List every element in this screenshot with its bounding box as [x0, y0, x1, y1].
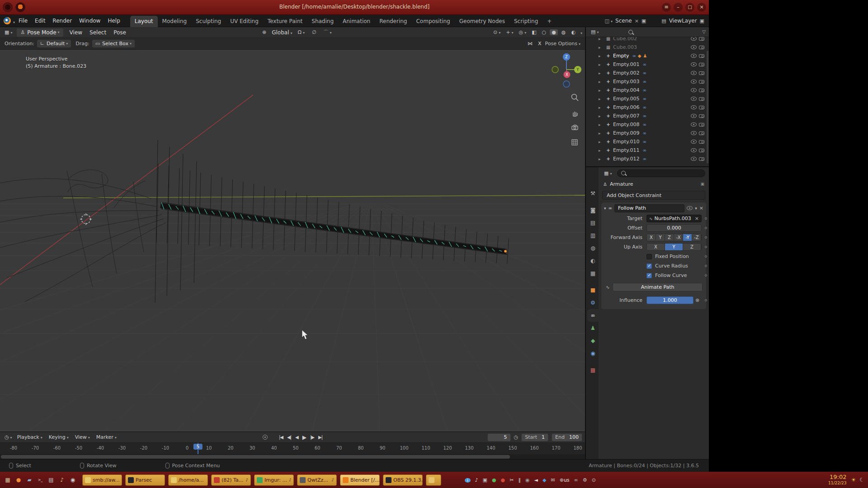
- outliner-row[interactable]: Empty.011: [586, 146, 709, 155]
- blender-menu-caret-icon[interactable]: [12, 17, 15, 25]
- expand-arrow-icon[interactable]: [599, 97, 605, 101]
- constraint-extras-icon[interactable]: [695, 206, 697, 211]
- launcher-icon[interactable]: [14, 476, 23, 484]
- object-name[interactable]: Empty.006: [613, 104, 639, 110]
- hide-in-viewport-icon[interactable]: [691, 37, 697, 41]
- transport-button[interactable]: [318, 435, 322, 440]
- timeline-menu[interactable]: Marker: [93, 434, 120, 440]
- current-frame-field[interactable]: 5: [487, 433, 511, 441]
- properties-editor-type-icon[interactable]: ▦: [602, 170, 613, 176]
- menubar-menu[interactable]: File: [15, 16, 31, 26]
- view-layer-new-icon[interactable]: [700, 18, 704, 24]
- up-axis-option[interactable]: X: [647, 244, 665, 250]
- workspace-tab[interactable]: UV Editing: [226, 16, 263, 27]
- outliner-row[interactable]: Empty.003: [586, 77, 709, 86]
- window-control-button[interactable]: [662, 3, 671, 12]
- outliner-row[interactable]: Empty.008: [586, 120, 709, 129]
- tray-icon[interactable]: [475, 477, 478, 483]
- up-axis-option[interactable]: Y: [665, 244, 683, 250]
- edge-icon[interactable]: [851, 477, 856, 483]
- object-name[interactable]: Empty.007: [613, 113, 639, 119]
- properties-tab[interactable]: [587, 242, 599, 254]
- gizmo-neg-y-axis[interactable]: [552, 66, 558, 73]
- transport-button[interactable]: [295, 435, 298, 440]
- expand-arrow-icon[interactable]: [599, 114, 605, 118]
- workspace-tab[interactable]: Sculpting: [191, 16, 226, 27]
- clear-influence-icon[interactable]: [695, 297, 699, 303]
- properties-tab[interactable]: [587, 284, 599, 296]
- hide-in-viewport-icon[interactable]: [691, 131, 697, 135]
- transport-button[interactable]: [310, 435, 314, 440]
- animate-decorator[interactable]: [705, 255, 707, 258]
- disable-in-renders-icon[interactable]: [699, 80, 704, 84]
- tray-icon[interactable]: [534, 477, 538, 483]
- up-axis-option[interactable]: Z: [683, 244, 701, 250]
- animate-decorator[interactable]: [705, 299, 707, 301]
- expand-arrow-icon[interactable]: [599, 105, 605, 110]
- transform-orientation-dropdown[interactable]: Global: [272, 29, 292, 36]
- properties-tab[interactable]: [587, 296, 599, 309]
- object-name[interactable]: Empty.003: [613, 79, 639, 84]
- outliner-row[interactable]: Empty.001: [586, 60, 709, 69]
- target-field[interactable]: NurbsPath.003: [646, 215, 702, 222]
- timeline-menu[interactable]: View: [72, 434, 93, 440]
- animate-decorator[interactable]: [705, 265, 707, 267]
- shading-dropdown[interactable]: [579, 29, 582, 36]
- forward-axis-option[interactable]: -Z: [692, 234, 701, 241]
- auto-keying-toggle[interactable]: [263, 435, 268, 440]
- outliner-row[interactable]: Empty.002: [586, 69, 709, 77]
- object-name[interactable]: Empty.008: [613, 122, 639, 127]
- keyboard-layout-indicator[interactable]: us: [564, 477, 570, 483]
- pose-options-dropdown[interactable]: Pose Options: [545, 41, 580, 47]
- expand-arrow-icon[interactable]: [599, 148, 605, 153]
- orientation-globe-icon[interactable]: [260, 29, 268, 35]
- edge-icon[interactable]: [859, 477, 864, 483]
- viewport-menu[interactable]: Select: [86, 28, 110, 38]
- transport-button[interactable]: [287, 435, 291, 440]
- workspace-tab[interactable]: Texture Paint: [263, 16, 307, 27]
- shading-mode-button[interactable]: [550, 29, 558, 35]
- disable-in-renders-icon[interactable]: [699, 114, 704, 118]
- taskbar-window-button[interactable]: [426, 474, 441, 486]
- hide-in-viewport-icon[interactable]: [691, 45, 697, 49]
- expand-arrow-icon[interactable]: [599, 131, 605, 136]
- hide-in-viewport-icon[interactable]: [691, 62, 697, 66]
- menubar-menu[interactable]: Window: [75, 16, 104, 26]
- launcher-icon[interactable]: [69, 476, 77, 484]
- gizmos-dropdown[interactable]: [504, 29, 515, 35]
- scene-new-icon[interactable]: [642, 18, 646, 24]
- object-name[interactable]: Empty.011: [613, 147, 639, 153]
- disable-in-renders-icon[interactable]: [699, 149, 704, 152]
- workspace-tab[interactable]: Compositing: [411, 16, 454, 27]
- transport-button[interactable]: [279, 435, 283, 440]
- properties-tab[interactable]: [587, 267, 599, 280]
- expand-arrow-icon[interactable]: [599, 54, 605, 58]
- orthographic-grid-icon[interactable]: [571, 138, 580, 147]
- animate-decorator[interactable]: [705, 227, 707, 229]
- constraint-delete-icon[interactable]: [699, 205, 703, 211]
- viewport-menu[interactable]: Pose: [110, 28, 130, 38]
- timeline-editor-type-icon[interactable]: ◷: [3, 434, 14, 440]
- forward-axis-option[interactable]: X: [647, 234, 656, 241]
- expand-arrow-icon[interactable]: [599, 71, 605, 75]
- hide-in-viewport-icon[interactable]: [691, 97, 697, 101]
- mode-dropdown[interactable]: ♙ Pose Mode: [17, 28, 63, 37]
- expand-arrow-icon[interactable]: [599, 157, 605, 161]
- proportional-edit-icon[interactable]: [310, 29, 318, 35]
- outliner-row[interactable]: Empty.009: [586, 129, 709, 137]
- expand-arrow-icon[interactable]: [599, 88, 605, 93]
- fixed-position-checkbox[interactable]: [646, 254, 652, 259]
- snap-magnet-icon[interactable]: [296, 29, 307, 35]
- proportional-falloff-icon[interactable]: [322, 29, 334, 36]
- timeline-menu[interactable]: Playback: [14, 434, 46, 440]
- pin-id-icon[interactable]: [700, 182, 704, 186]
- launcher-icon[interactable]: [25, 476, 33, 484]
- animate-decorator[interactable]: [705, 246, 707, 248]
- outliner-search-icon[interactable]: [628, 30, 633, 34]
- zoom-icon[interactable]: [571, 93, 580, 102]
- shading-mode-button[interactable]: [540, 29, 548, 35]
- workspace-tab[interactable]: Animation: [338, 16, 375, 27]
- tray-icon[interactable]: [501, 477, 505, 483]
- disable-in-renders-icon[interactable]: [699, 140, 704, 144]
- constraint-name-field[interactable]: Follow Path: [614, 204, 684, 212]
